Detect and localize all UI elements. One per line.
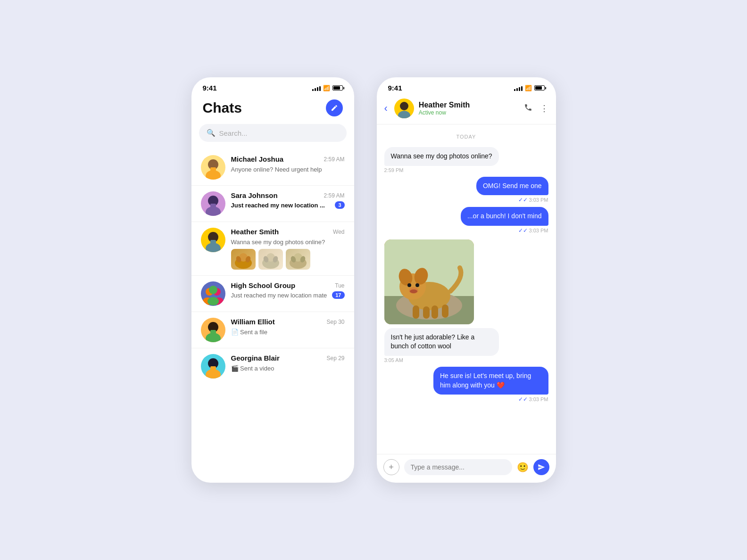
- emoji-button[interactable]: 🙂: [517, 461, 529, 473]
- dog-photo: [384, 239, 474, 324]
- status-bar-right: 9:41 📶: [377, 77, 556, 95]
- search-icon: 🔍: [207, 129, 216, 137]
- status-icons-left: 📶: [312, 85, 343, 91]
- chat-item-michael[interactable]: Michael Joshua 2:59 AM Anyone online? Ne…: [191, 149, 354, 186]
- message-m4: [384, 238, 548, 324]
- battery-icon: [332, 85, 343, 91]
- chats-header: Chats: [191, 95, 354, 124]
- svg-point-28: [206, 333, 221, 342]
- badge-group: 17: [332, 291, 344, 299]
- signal-icon-right: [514, 85, 523, 91]
- chat-preview-michael: Anyone online? Need urgent help: [231, 166, 322, 173]
- msg-time-m2: ✓✓3:03 PM: [518, 197, 548, 203]
- svg-rect-5: [210, 204, 216, 207]
- chat-item-group[interactable]: High School Group Tue Just reached my ne…: [191, 276, 354, 312]
- input-bar: + 🙂: [377, 454, 556, 483]
- dog-thumb-3: [286, 249, 310, 270]
- status-bar-left: 9:41 📶: [191, 77, 354, 95]
- chat-preview-heather: Wanna see my dog photos online?: [231, 239, 325, 246]
- header-contact-status: Active now: [419, 109, 519, 116]
- bubble-m1: Wanna see my dog photos online?: [384, 147, 499, 166]
- wifi-icon-right: 📶: [525, 85, 532, 91]
- chat-preview-sara: Just reached my new location ...: [231, 202, 325, 209]
- battery-icon-right: [534, 85, 545, 91]
- chat-detail-header: ‹ Heather Smith Active now ⋮: [377, 95, 556, 124]
- chat-item-sara[interactable]: Sara Johnson 2:59 AM Just reached my new…: [191, 186, 354, 222]
- chat-detail-screen: 9:41 📶 ‹ Heather Smith Active now: [377, 77, 556, 483]
- dog-thumb-1: [231, 249, 256, 270]
- bubble-m5: Isn't he just adorable? Like a bunch of …: [384, 328, 499, 356]
- svg-point-34: [398, 111, 410, 118]
- message-m1: Wanna see my dog photos online? 2:59 PM: [384, 147, 548, 173]
- avatar-group: [201, 281, 225, 306]
- svg-point-42: [407, 283, 411, 287]
- svg-rect-48: [432, 305, 438, 319]
- check-m2: ✓✓: [518, 197, 528, 203]
- msg-time-m3: ✓✓3:03 PM: [518, 227, 548, 234]
- chat-time-michael: 2:59 AM: [324, 156, 344, 163]
- chat-time-georgina: Sep 29: [326, 355, 344, 362]
- svg-rect-8: [210, 240, 216, 244]
- badge-sara: 3: [335, 201, 344, 209]
- svg-rect-32: [210, 366, 216, 370]
- chat-info-group: High School Group Tue Just reached my ne…: [231, 281, 345, 299]
- chats-screen: 9:41 📶 Chats 🔍 Search...: [191, 77, 354, 483]
- chat-list: Michael Joshua 2:59 AM Anyone online? Ne…: [191, 149, 354, 384]
- signal-icon: [312, 85, 321, 91]
- message-input[interactable]: [404, 459, 512, 475]
- back-button[interactable]: ‹: [384, 102, 390, 115]
- chat-item-heather[interactable]: Heather Smith Wed Wanna see my dog photo…: [191, 222, 354, 276]
- chat-preview-group: Just reached my new location mate: [231, 292, 327, 299]
- dog-thumbnails: [231, 249, 345, 270]
- svg-point-26: [208, 297, 219, 305]
- wifi-icon: 📶: [323, 85, 330, 91]
- svg-rect-29: [210, 330, 216, 334]
- svg-point-45: [410, 289, 417, 293]
- chat-preview-william: 📄 Sent a file: [231, 329, 267, 336]
- search-bar[interactable]: 🔍 Search...: [199, 124, 347, 142]
- svg-point-7: [206, 243, 221, 252]
- svg-point-43: [415, 283, 419, 287]
- msg-time-m1: 2:59 PM: [384, 167, 404, 173]
- messages-area: TODAY Wanna see my dog photos online? 2:…: [377, 124, 556, 454]
- header-contact-name: Heather Smith: [419, 101, 519, 109]
- message-m6: He sure is! Let's meet up, bring him alo…: [384, 367, 548, 403]
- chat-time-william: Sep 30: [326, 319, 344, 325]
- bubble-m6: He sure is! Let's meet up, bring him alo…: [433, 367, 548, 395]
- msg-time-m6: ✓✓3:03 PM: [518, 396, 548, 403]
- message-m3: ...or a bunch! I don't mind ✓✓3:03 PM: [384, 207, 548, 234]
- header-info: Heather Smith Active now: [419, 101, 519, 116]
- chat-info-sara: Sara Johnson 2:59 AM Just reached my new…: [231, 191, 345, 209]
- chat-time-sara: 2:59 AM: [324, 192, 344, 199]
- chat-name-william: William Elliot: [231, 318, 275, 326]
- status-time-right: 9:41: [388, 84, 402, 92]
- add-attachment-button[interactable]: +: [383, 459, 399, 475]
- chat-time-group: Tue: [335, 282, 344, 289]
- chat-time-heather: Wed: [333, 229, 344, 235]
- search-placeholder: Search...: [219, 129, 248, 137]
- chat-preview-georgina: 🎬 Sent a video: [231, 365, 274, 372]
- chat-name-michael: Michael Joshua: [231, 155, 284, 163]
- bubble-m2: OMG! Send me one: [476, 177, 548, 196]
- message-m2: OMG! Send me one ✓✓3:03 PM: [384, 177, 548, 204]
- status-time-left: 9:41: [203, 84, 217, 92]
- status-icons-right: 📶: [514, 85, 545, 91]
- call-icon[interactable]: [524, 103, 532, 114]
- chat-info-georgina: Georgina Blair Sep 29 🎬 Sent a video: [231, 354, 345, 372]
- avatar-sara: [201, 191, 225, 216]
- svg-point-33: [400, 102, 408, 110]
- more-options-icon[interactable]: ⋮: [540, 103, 548, 114]
- check-m6: ✓✓: [518, 396, 528, 403]
- avatar-georgina: [201, 354, 225, 379]
- compose-button[interactable]: [326, 99, 343, 116]
- svg-rect-49: [442, 305, 448, 318]
- chat-item-william[interactable]: William Elliot Sep 30 📄 Sent a file: [191, 312, 354, 348]
- check-m3: ✓✓: [518, 227, 528, 234]
- header-actions: ⋮: [524, 103, 548, 114]
- svg-rect-47: [423, 306, 430, 319]
- send-button[interactable]: [533, 459, 549, 475]
- chat-name-georgina: Georgina Blair: [231, 354, 280, 362]
- bubble-m3: ...or a bunch! I don't mind: [461, 207, 548, 226]
- chat-item-georgina[interactable]: Georgina Blair Sep 29 🎬 Sent a video: [191, 348, 354, 384]
- svg-point-23: [209, 286, 217, 294]
